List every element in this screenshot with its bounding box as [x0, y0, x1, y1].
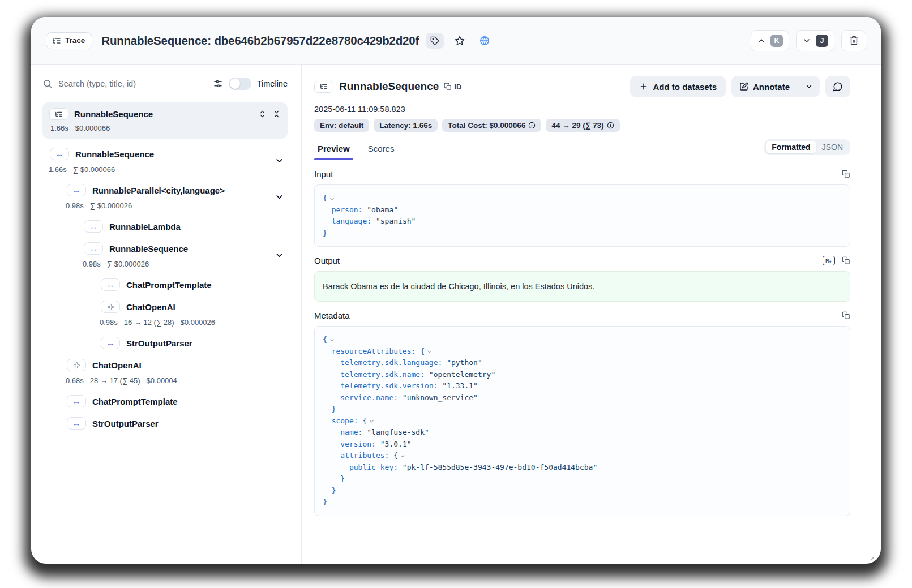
input-section-label: Input: [314, 169, 333, 179]
json-value: "unknown_service": [398, 392, 478, 404]
annotate-label: Annotate: [753, 82, 790, 92]
expand-all-icon[interactable]: [258, 110, 267, 118]
format-option-json[interactable]: JSON: [816, 141, 849, 153]
collapse-chevron-icon[interactable]: [426, 349, 433, 355]
input-json-viewer[interactable]: {person: "obama"language: "spanish"}: [314, 184, 850, 247]
tree-item[interactable]: ↔RunnableSequence0.98s∑ $0.000026: [42, 240, 288, 271]
annotate-split-button: Annotate: [731, 76, 820, 97]
chevron-down-icon[interactable]: [275, 192, 284, 202]
copy-input-button[interactable]: [842, 170, 850, 178]
previous-trace-button[interactable]: K: [751, 30, 789, 51]
resize-handle[interactable]: [870, 553, 875, 559]
collapse-all-icon[interactable]: [272, 110, 281, 118]
metric-badge-label: Env: default: [320, 121, 363, 130]
format-option-formatted[interactable]: Formatted: [766, 141, 816, 153]
tree-item-label: ChatOpenAI: [92, 360, 142, 370]
tag-icon: [430, 36, 439, 45]
json-brace: }: [323, 496, 327, 508]
json-line: }: [323, 404, 842, 415]
collapse-chevron-icon[interactable]: [329, 196, 335, 202]
tag-button[interactable]: [426, 33, 444, 49]
tree-item[interactable]: ↔StrOutputParser: [42, 334, 288, 351]
metadata-section-label: Metadata: [314, 311, 350, 320]
json-line: service.name: "unknown_service": [323, 392, 842, 404]
tree-item[interactable]: ↔RunnableParallel<city,language>0.98s∑ $…: [42, 182, 288, 212]
annotate-button[interactable]: Annotate: [731, 76, 798, 97]
span-icon: ↔: [67, 184, 86, 196]
json-line: }: [323, 485, 842, 497]
json-line: {: [323, 192, 842, 204]
json-key: service.name:: [340, 392, 398, 404]
markdown-toggle-icon[interactable]: M↓: [823, 256, 835, 265]
input-section: Input {person: "obama"language: "spanish…: [314, 169, 850, 247]
json-line: person: "obama": [323, 204, 842, 216]
tree-item[interactable]: ↔ChatPromptTemplate: [42, 393, 288, 410]
search-input[interactable]: [58, 79, 207, 88]
collapse-chevron-icon[interactable]: [400, 453, 406, 460]
span-icon: ↔: [101, 337, 120, 349]
comments-button[interactable]: [825, 76, 850, 97]
output-section: Output M↓ Barack Obama es de la ciudad d…: [314, 256, 850, 302]
stat-value: $0.000026: [181, 318, 215, 327]
delete-trace-button[interactable]: [841, 30, 866, 51]
filter-settings-icon[interactable]: [213, 79, 223, 89]
info-icon[interactable]: [528, 122, 536, 129]
tree-item-label: RunnableSequence: [109, 244, 188, 254]
trace-timestamp: 2025-06-11 11:09:58.823: [314, 105, 850, 114]
copy-id-button[interactable]: [444, 83, 452, 91]
stat-value: 28 → 17 (∑ 45): [90, 376, 140, 385]
window-header: Trace RunnableSequence: dbe646b2b67957d2…: [31, 17, 881, 65]
star-icon: [455, 36, 465, 46]
json-value: "langfuse-sdk": [362, 427, 429, 439]
json-line: language: "spanish": [323, 216, 842, 228]
tree-item[interactable]: ↔StrOutputParser: [42, 415, 288, 432]
json-line: }: [323, 473, 842, 485]
tab-scores[interactable]: Scores: [365, 141, 398, 160]
stat-value: 1.66s: [49, 165, 67, 174]
tree-item[interactable]: ↔ChatPromptTemplate: [42, 276, 288, 293]
json-line: telemetry.sdk.name: "opentelemetry": [323, 369, 842, 381]
timeline-toggle[interactable]: [229, 78, 251, 90]
chevron-down-icon[interactable]: [275, 251, 284, 260]
keyboard-shortcut-j: J: [816, 35, 828, 47]
next-trace-button[interactable]: J: [796, 30, 834, 51]
annotate-dropdown-button[interactable]: [798, 76, 820, 97]
chevron-down-icon: [805, 83, 813, 91]
id-label: ID: [454, 83, 461, 91]
json-value: "opentelemetry": [425, 369, 495, 381]
tree-item[interactable]: ChatOpenAI0.68s28 → 17 (∑ 45)$0.00004: [42, 357, 288, 387]
bookmark-button[interactable]: [451, 33, 469, 49]
add-to-datasets-label: Add to datasets: [653, 82, 717, 92]
trace-root-item[interactable]: RunnableSequence 1.66s $0.000066: [42, 102, 288, 139]
span-icon: ↔: [67, 395, 86, 407]
metadata-json-viewer[interactable]: {resourceAttributes: {telemetry.sdk.lang…: [314, 326, 850, 516]
tree-item-stats: 0.68s28 → 17 (∑ 45)$0.00004: [42, 374, 288, 387]
info-icon[interactable]: [607, 122, 614, 129]
json-brace: {: [323, 192, 327, 204]
collapse-chevron-icon[interactable]: [329, 337, 335, 344]
tree-item-label: ChatOpenAI: [126, 302, 175, 312]
output-text: Barack Obama es de la ciudad de Chicago,…: [314, 271, 850, 302]
search-row: Timeline: [42, 74, 288, 94]
copy-metadata-button[interactable]: [842, 311, 850, 320]
tree-item[interactable]: ↔RunnableLambda: [42, 218, 288, 235]
tree-item[interactable]: ChatOpenAI0.98s16 → 12 (∑ 28)$0.000026: [42, 298, 288, 329]
tab-preview[interactable]: Preview: [314, 141, 353, 160]
copy-output-button[interactable]: [842, 256, 850, 265]
span-icon: ↔: [101, 278, 120, 291]
add-to-datasets-button[interactable]: Add to datasets: [630, 76, 726, 97]
stat-value: 0.98s: [100, 318, 118, 327]
globe-icon: [479, 36, 490, 46]
tree-item[interactable]: ↔RunnableSequence1.66s∑ $0.000066: [42, 145, 288, 176]
span-icon: ↔: [84, 220, 103, 233]
chevron-down-icon[interactable]: [275, 156, 284, 166]
page-title: RunnableSequence: dbe646b2b67957d22e8780…: [101, 34, 419, 48]
output-section-label: Output: [314, 256, 340, 265]
stat-value: ∑ $0.000026: [107, 260, 149, 268]
json-line: name: "langfuse-sdk": [323, 427, 842, 439]
metric-badge-label: 44 → 29 (∑ 73): [551, 121, 603, 130]
detail-title: RunnableSequence: [339, 80, 439, 93]
collapse-chevron-icon[interactable]: [369, 418, 375, 424]
public-share-button[interactable]: [476, 33, 494, 49]
format-toggle: Formatted JSON: [764, 139, 850, 155]
